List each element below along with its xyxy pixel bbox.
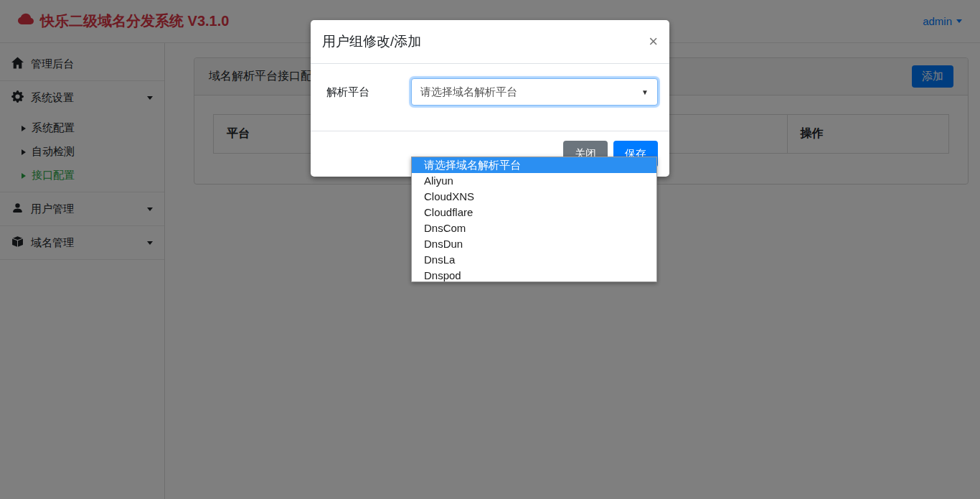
close-icon[interactable]: × bbox=[649, 34, 658, 50]
user-group-modal: 用户组修改/添加 × 解析平台 请选择域名解析平台 ▼ 关闭 保存 bbox=[311, 20, 669, 177]
field-label: 解析平台 bbox=[326, 85, 411, 99]
dropdown-option[interactable]: DnsLa bbox=[412, 252, 656, 268]
dropdown-option[interactable]: Dnspod bbox=[412, 268, 656, 282]
dropdown-option[interactable]: Cloudflare bbox=[412, 205, 656, 220]
dropdown-option[interactable]: DnsCom bbox=[412, 220, 656, 236]
modal-title: 用户组修改/添加 bbox=[322, 32, 421, 51]
selected-value: 请选择域名解析平台 bbox=[420, 85, 517, 99]
dropdown-option[interactable]: DnsDun bbox=[412, 236, 656, 252]
modal-body: 解析平台 请选择域名解析平台 ▼ bbox=[311, 64, 669, 131]
dropdown-option[interactable]: Aliyun bbox=[412, 173, 656, 189]
platform-select-dropdown: 请选择域名解析平台 Aliyun CloudXNS Cloudflare Dns… bbox=[411, 157, 657, 282]
select-caret-icon: ▼ bbox=[641, 88, 649, 96]
dropdown-option[interactable]: 请选择域名解析平台 bbox=[412, 157, 656, 173]
dropdown-option[interactable]: CloudXNS bbox=[412, 189, 656, 205]
platform-select[interactable]: 请选择域名解析平台 ▼ bbox=[411, 78, 658, 106]
modal-header: 用户组修改/添加 × bbox=[311, 20, 669, 64]
